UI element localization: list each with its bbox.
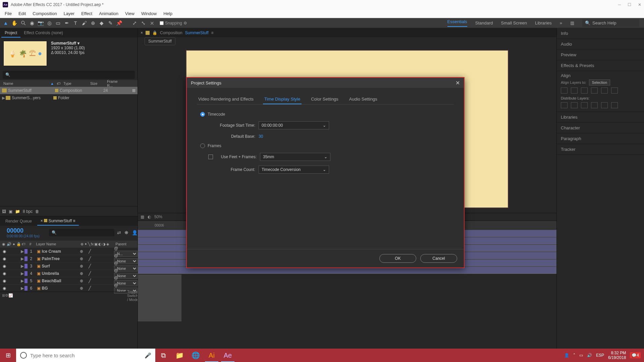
tag-icon[interactable]: 🏷 (55, 81, 62, 85)
tab-color-settings[interactable]: Color Settings (310, 95, 340, 104)
clock[interactable]: 8:32 PM 6/19/2018 (608, 351, 626, 360)
visibility-toggle-icon[interactable]: ◉ (2, 256, 7, 261)
notification-icon[interactable]: 💬4 (630, 352, 641, 358)
dist-vcenter-icon[interactable] (571, 102, 578, 108)
panel-audio[interactable]: Audio (557, 39, 644, 50)
pen-tool-icon[interactable]: ✒ (62, 19, 71, 27)
video-col-icon[interactable]: ◉ (2, 242, 5, 246)
window-close-icon[interactable]: ✕ (638, 2, 641, 7)
menu-composition[interactable]: Composition (29, 10, 60, 17)
window-maximize-icon[interactable]: ☐ (628, 2, 631, 7)
col-size[interactable]: Size (89, 81, 106, 85)
menu-file[interactable]: File (1, 10, 15, 17)
align-top-icon[interactable] (591, 87, 598, 94)
timeline-layer-row[interactable]: ◉ ▶ 6 ▣BG ⊕╱ @ None (0, 284, 138, 292)
project-item-comp[interactable]: SummerStuff Composition 24 ⊞ (0, 87, 138, 94)
visibility-toggle-icon[interactable]: ◉ (2, 279, 7, 283)
chrome-icon[interactable]: 🌐 (187, 349, 204, 362)
menu-window[interactable]: Window (138, 10, 160, 17)
timeline-search[interactable]: 🔍 (49, 229, 114, 236)
toggle-expand-icon[interactable]: ⊞ (2, 293, 5, 298)
text-tool-icon[interactable]: T (71, 19, 80, 27)
channel-icon[interactable]: ◐ (148, 215, 151, 219)
tab-effect-controls[interactable]: Effect Controls (none) (20, 29, 66, 38)
zoom-level[interactable]: 50% (154, 215, 162, 219)
clone-tool-icon[interactable]: ⊕ (89, 19, 97, 27)
menu-view[interactable]: View (122, 10, 138, 17)
shy-switch[interactable]: ⊕ (80, 264, 83, 268)
comp-lock-icon[interactable]: 🔒 (152, 31, 157, 35)
quality-switch[interactable]: ╱ (89, 249, 91, 254)
menu-help[interactable]: Help (160, 10, 176, 17)
dist-right-icon[interactable] (611, 102, 618, 108)
bpc-button[interactable]: 8 bpc (23, 209, 33, 214)
current-timecode[interactable]: 00000 (7, 227, 40, 234)
tab-timeline-comp[interactable]: × SummerStuff ≡ (37, 217, 79, 226)
dist-left-icon[interactable] (591, 102, 598, 108)
expand-icon[interactable]: ▶ (21, 271, 24, 276)
region-icon[interactable]: ▦ (141, 215, 144, 219)
layer-label-icon[interactable] (24, 256, 28, 261)
layer-label-icon[interactable] (24, 286, 28, 291)
mic-icon[interactable]: 🎤 (145, 352, 151, 359)
panel-libraries[interactable]: Libraries (557, 112, 644, 123)
expand-icon[interactable]: ▶ (2, 96, 5, 100)
lock-col-icon[interactable]: 🔒 (16, 242, 21, 246)
parent-pickwhip-icon[interactable]: @ (114, 268, 118, 273)
brush-tool-icon[interactable]: 🖌 (80, 19, 89, 27)
comp-menu-icon[interactable]: ▾ (77, 41, 79, 46)
after-effects-icon[interactable]: Ae (220, 349, 236, 362)
orbit-tool-icon[interactable]: ◉ (28, 19, 36, 27)
battery-icon[interactable]: ▭ (579, 353, 583, 358)
axis-world-icon[interactable]: ⤡ (139, 19, 148, 27)
menu-animation[interactable]: Animation (96, 10, 122, 17)
feet-frames-checkbox[interactable] (208, 155, 213, 159)
zoom-tool-icon[interactable] (19, 19, 28, 27)
align-right-icon[interactable] (581, 87, 588, 94)
tab-video-rendering[interactable]: Video Rendering and Effects (197, 95, 255, 104)
dist-bottom-icon[interactable] (581, 102, 588, 108)
workspace-small-screen[interactable]: Small Screen (501, 20, 527, 25)
visibility-toggle-icon[interactable]: ◉ (2, 286, 7, 291)
axis-view-icon[interactable]: ⤫ (148, 19, 156, 27)
project-search[interactable]: 🔍 (3, 71, 135, 79)
cancel-button[interactable]: Cancel (420, 254, 457, 263)
visibility-toggle-icon[interactable]: ◉ (2, 271, 7, 276)
shape-tool-icon[interactable]: ▭ (54, 19, 62, 27)
panel-preview[interactable]: Preview (557, 50, 644, 60)
menu-edit[interactable]: Edit (15, 10, 29, 17)
illustrator-icon[interactable]: Ai (204, 349, 220, 362)
hand-tool-icon[interactable]: ✋ (10, 19, 19, 27)
default-base-value[interactable]: 30 (259, 134, 263, 139)
workspace-standard[interactable]: Standard (475, 20, 493, 25)
col-framerate[interactable]: Frame R... (106, 79, 122, 87)
interpret-icon[interactable]: 🖼 (2, 209, 6, 214)
expand-icon[interactable]: ▶ (21, 286, 24, 291)
parent-pickwhip-icon[interactable]: @ (114, 246, 118, 251)
sort-icon[interactable]: ▲ (49, 81, 55, 85)
trash-icon[interactable]: 🗑 (35, 209, 39, 214)
help-search[interactable]: 🔍 Search Help (582, 19, 639, 27)
frame-count-select[interactable]: Timecode Conversion⌄ (259, 166, 329, 174)
workspace-more-icon[interactable]: » (560, 20, 562, 25)
layer-label-icon[interactable] (24, 264, 28, 268)
audio-col-icon[interactable]: 🔊 (7, 242, 11, 246)
task-view-icon[interactable]: ⧉ (155, 349, 171, 362)
language-indicator[interactable]: ESP (596, 353, 604, 358)
expand-icon[interactable]: ▶ (21, 256, 24, 261)
layer-label-icon[interactable] (24, 271, 28, 276)
work-area[interactable] (138, 275, 181, 321)
new-comp-icon[interactable]: ▣ (9, 209, 12, 214)
ok-button[interactable]: OK (379, 254, 416, 263)
project-item-folder[interactable]: ▶ SummerS...yers Folder (0, 94, 138, 102)
quality-switch[interactable]: ╱ (89, 271, 91, 276)
quality-switch[interactable]: ╱ (89, 279, 91, 283)
feet-frames-select[interactable]: 35mm⌄ (260, 153, 330, 161)
people-icon[interactable]: 👤 (564, 353, 569, 358)
timecode-radio-row[interactable]: Timecode (200, 112, 450, 117)
layer-label-icon[interactable] (24, 249, 28, 254)
panel-character[interactable]: Character (557, 123, 644, 133)
snapping-checkbox[interactable] (160, 21, 164, 25)
align-vcenter-icon[interactable] (601, 87, 608, 94)
expand-icon[interactable]: ▶ (21, 249, 24, 254)
